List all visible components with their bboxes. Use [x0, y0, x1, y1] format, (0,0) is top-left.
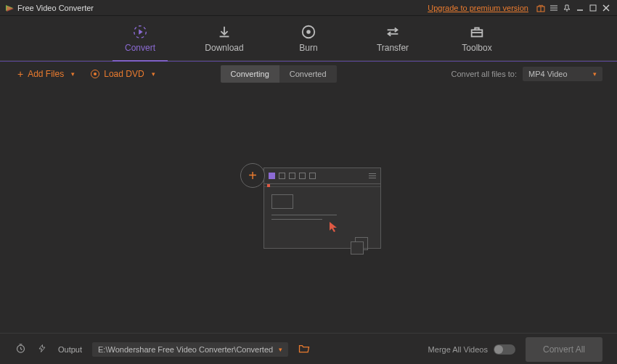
content-area: +	[0, 86, 617, 333]
load-dvd-button[interactable]: Load DVD ▾	[88, 67, 158, 80]
converting-tab[interactable]: Converting	[221, 65, 279, 83]
merge-toggle[interactable]	[494, 344, 515, 355]
target-format-select[interactable]: MP4 Video ▾	[523, 67, 602, 81]
load-dvd-label: Load DVD	[104, 69, 144, 79]
minimize-icon[interactable]	[573, 1, 587, 15]
main-tabs: Convert Download Burn Transfer Toolbox	[0, 16, 617, 61]
convert-all-button[interactable]: Convert All	[526, 337, 602, 362]
converted-tab[interactable]: Converted	[279, 65, 337, 83]
output-path-value: E:\Wondershare Free Video Converter\Conv…	[98, 345, 273, 354]
tab-label: Burn	[299, 43, 317, 53]
gpu-accel-icon[interactable]	[36, 343, 48, 356]
plus-icon: +	[17, 69, 23, 79]
output-path-select[interactable]: E:\Wondershare Free Video Converter\Conv…	[92, 342, 288, 357]
svg-marker-1	[7, 6, 14, 12]
target-format-value: MP4 Video	[528, 70, 568, 78]
open-folder-icon[interactable]	[298, 344, 310, 355]
tab-download[interactable]: Download	[197, 16, 252, 61]
svg-point-16	[306, 30, 311, 34]
divider	[0, 61, 617, 62]
pin-icon[interactable]	[560, 1, 573, 15]
app-logo-icon	[4, 3, 15, 13]
svg-marker-26	[39, 344, 45, 352]
tab-transfer[interactable]: Transfer	[365, 16, 420, 61]
footer: Output E:\Wondershare Free Video Convert…	[0, 333, 617, 364]
disc-icon	[91, 70, 99, 78]
tab-label: Transfer	[377, 43, 409, 53]
gift-icon[interactable]	[534, 1, 547, 15]
add-files-label: Add Files	[28, 69, 64, 79]
add-file-drop-button[interactable]: +	[240, 163, 265, 188]
status-segmented: Converting Converted	[221, 65, 337, 83]
download-icon	[216, 24, 232, 40]
svg-marker-21	[330, 222, 337, 232]
merge-label: Merge All Videos	[428, 345, 488, 354]
empty-state-illustration: +	[236, 159, 381, 260]
app-title: Free Video Converter	[17, 4, 94, 12]
tab-burn[interactable]: Burn	[281, 16, 336, 61]
burn-icon	[301, 24, 316, 40]
schedule-icon[interactable]	[15, 343, 26, 356]
upgrade-link[interactable]: Upgrade to premium version	[428, 4, 528, 12]
close-icon[interactable]	[600, 1, 613, 15]
tab-label: Convert	[125, 43, 155, 53]
chevron-down-icon: ▾	[279, 346, 282, 353]
cursor-icon	[329, 221, 339, 233]
chevron-down-icon: ▾	[71, 70, 75, 78]
tab-label: Download	[205, 43, 243, 53]
svg-rect-8	[590, 5, 596, 11]
plus-icon: +	[248, 167, 257, 184]
svg-marker-12	[139, 29, 143, 34]
convert-icon	[132, 24, 148, 40]
maximize-icon[interactable]	[587, 1, 600, 15]
add-files-button[interactable]: + Add Files ▾	[15, 67, 78, 80]
transfer-icon	[385, 24, 401, 40]
tab-convert[interactable]: Convert	[113, 16, 168, 61]
toolbox-icon	[469, 24, 485, 40]
sub-toolbar: + Add Files ▾ Load DVD ▾ Converting Conv…	[0, 62, 617, 86]
menu-icon[interactable]	[547, 1, 560, 15]
chevron-down-icon: ▾	[152, 70, 155, 78]
stack-icon	[351, 237, 368, 255]
titlebar: Free Video Converter Upgrade to premium …	[0, 0, 617, 16]
convert-all-label: Convert all files to:	[451, 70, 517, 78]
svg-line-24	[20, 349, 22, 349]
tab-label: Toolbox	[462, 43, 491, 53]
chevron-down-icon: ▾	[593, 70, 597, 78]
tab-toolbox[interactable]: Toolbox	[449, 16, 504, 61]
output-label: Output	[58, 345, 82, 354]
